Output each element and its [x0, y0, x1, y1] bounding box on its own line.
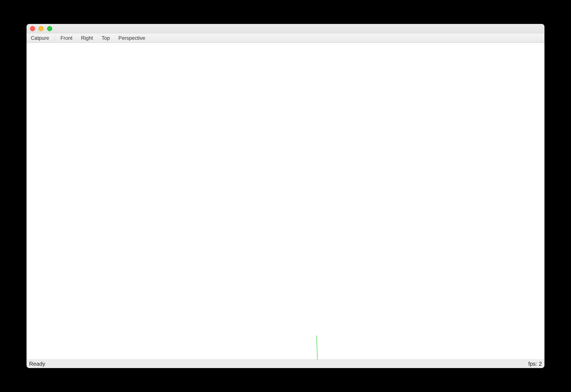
- y-axis: [316, 336, 319, 360]
- statusbar: Ready fps: 2: [27, 360, 544, 368]
- view-top-button[interactable]: Top: [97, 33, 114, 42]
- view-perspective-button[interactable]: Perspective: [114, 33, 149, 42]
- toolbar: Catpure Front Right Top Perspective: [27, 33, 544, 43]
- titlebar[interactable]: [27, 24, 544, 33]
- capture-button[interactable]: Catpure: [27, 33, 53, 42]
- viewport[interactable]: [27, 43, 544, 360]
- view-right-button[interactable]: Right: [77, 33, 97, 42]
- view-front-button[interactable]: Front: [56, 33, 77, 42]
- window-controls: [30, 26, 52, 31]
- minimize-icon[interactable]: [39, 26, 44, 31]
- fps-counter: fps: 2: [528, 361, 542, 367]
- scene-svg: [27, 43, 544, 360]
- app-window: Catpure Front Right Top Perspective Read…: [27, 24, 544, 368]
- zoom-icon[interactable]: [47, 26, 52, 31]
- close-icon[interactable]: [30, 26, 35, 31]
- status-text: Ready: [29, 361, 45, 367]
- toolbar-separator: [55, 35, 55, 41]
